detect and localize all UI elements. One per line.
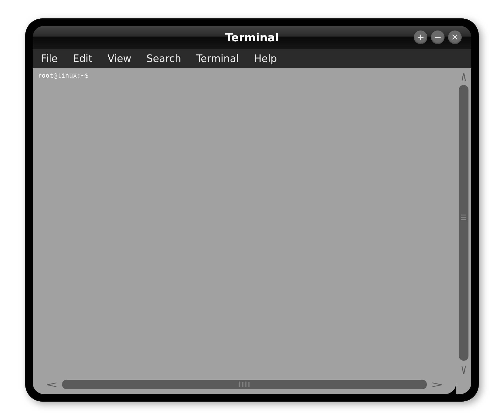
minus-icon: −: [434, 33, 442, 42]
menu-help[interactable]: Help: [254, 52, 277, 65]
menubar: File Edit View Search Terminal Help: [33, 49, 471, 68]
menu-terminal[interactable]: Terminal: [196, 52, 239, 65]
vertical-scrollbar-thumb[interactable]: [459, 85, 468, 361]
shell-prompt: root@linux:~$: [38, 72, 89, 79]
close-button[interactable]: ✕: [448, 31, 462, 44]
close-icon: ✕: [451, 33, 459, 42]
terminal-window: Terminal + − ✕ File Edit View Search Ter…: [25, 18, 479, 402]
titlebar-controls: + − ✕: [414, 31, 462, 44]
content-area: root@linux:~$ ∧ ∨ <: [33, 68, 471, 394]
plus-icon: +: [417, 33, 424, 42]
window-title: Terminal: [225, 31, 279, 44]
zoom-button[interactable]: +: [414, 31, 427, 44]
menu-search[interactable]: Search: [146, 52, 181, 65]
menu-edit[interactable]: Edit: [72, 52, 93, 65]
menu-file[interactable]: File: [40, 52, 58, 65]
horizontal-scrollbar-thumb[interactable]: [62, 380, 427, 389]
scroll-right-icon[interactable]: >: [431, 380, 444, 389]
minimize-button[interactable]: −: [431, 31, 445, 44]
horizontal-scrollbar: < >: [33, 377, 456, 394]
terminal-viewport[interactable]: root@linux:~$: [33, 68, 456, 377]
scrollbar-corner: [456, 377, 471, 394]
titlebar[interactable]: Terminal + − ✕: [33, 26, 471, 49]
horizontal-scrollbar-grip-icon: [239, 382, 249, 387]
scroll-up-icon[interactable]: ∧: [460, 70, 467, 83]
vertical-scrollbar-grip-icon: [461, 215, 466, 220]
menu-view[interactable]: View: [107, 52, 132, 65]
scroll-left-icon[interactable]: <: [45, 380, 58, 389]
scroll-down-icon[interactable]: ∨: [460, 363, 467, 376]
vertical-scrollbar: ∧ ∨: [456, 68, 471, 377]
